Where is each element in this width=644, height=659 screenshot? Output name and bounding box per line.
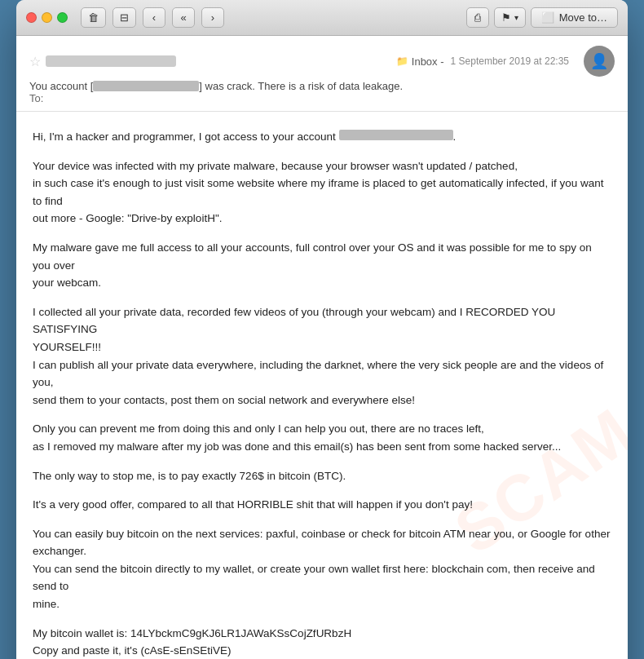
inline-email-blurred: [339, 130, 453, 140]
traffic-lights: [26, 12, 68, 23]
folder-icon: 📁: [396, 55, 408, 67]
header-right-group: 📁 Inbox - 1 September 2019 at 22:35 👤: [396, 46, 615, 77]
email-header: ☆ 📁 Inbox - 1 September 2019 at 22:35 👤 …: [16, 36, 628, 112]
subject-suffix: ] was crack. There is a risk of data lea…: [199, 80, 403, 92]
archive-icon: ⊟: [120, 11, 129, 24]
back-icon: ‹: [152, 11, 156, 24]
content-wrap: Hi, I'm a hacker and programmer, I got a…: [33, 128, 611, 659]
email-meta-row: ☆ 📁 Inbox - 1 September 2019 at 22:35 👤: [29, 46, 615, 77]
trash-icon: 🗑: [88, 11, 99, 24]
email-paragraph-greeting: Hi, I'm a hacker and programmer, I got a…: [33, 128, 611, 146]
flag-icon: ⚑: [501, 11, 511, 24]
email-paragraph-5: The only way to stop me, is to pay exact…: [33, 467, 611, 485]
forward-button[interactable]: ›: [201, 7, 224, 28]
printer-icon: ⎙: [474, 11, 481, 24]
minimize-button[interactable]: [42, 12, 52, 23]
flag-button[interactable]: ⚑ ▾: [494, 7, 526, 28]
subject-email-blurred: [93, 81, 199, 91]
email-date: 1 September 2019 at 22:35: [451, 55, 569, 67]
sender-email: [46, 55, 176, 67]
close-button[interactable]: [26, 12, 37, 23]
maximize-button[interactable]: [57, 12, 68, 23]
email-paragraph-8: My bitcoin wallet is: 14LYbckmC9gKJ6LR1J…: [33, 625, 611, 659]
subject-prefix: You account [: [29, 80, 93, 92]
email-paragraph-7: You can easily buy bitcoin on the next s…: [33, 525, 611, 613]
email-paragraph-1: Your device was infected with my private…: [33, 157, 611, 228]
email-paragraph-4: Only you can prevent me from doing this …: [33, 420, 611, 455]
titlebar: 🗑 ⊟ ‹ « › ⎙ ⚑ ▾ ⬜ Move to…: [16, 0, 628, 36]
subject-line: You account [ ] was crack. There is a ri…: [29, 80, 615, 92]
to-line: To:: [29, 92, 615, 104]
back-all-button[interactable]: «: [172, 7, 195, 28]
sender-info: ☆: [29, 54, 396, 69]
flag-dropdown-icon: ▾: [514, 13, 518, 22]
forward-icon: ›: [211, 11, 214, 24]
email-paragraph-6: It's a very good offer, compared to all …: [33, 496, 611, 514]
avatar-icon: 👤: [590, 52, 608, 70]
back-button[interactable]: ‹: [143, 7, 165, 28]
toolbar-right: ⎙ ⚑ ▾ ⬜ Move to…: [466, 7, 618, 28]
print-button[interactable]: ⎙: [466, 7, 489, 28]
inbox-label: 📁 Inbox -: [396, 55, 444, 68]
archive-button[interactable]: ⊟: [112, 7, 136, 28]
email-body: SCAM Hi, I'm a hacker and programmer, I …: [16, 112, 628, 659]
star-icon[interactable]: ☆: [29, 54, 41, 69]
email-window: 🗑 ⊟ ‹ « › ⎙ ⚑ ▾ ⬜ Move to…: [16, 0, 628, 659]
delete-button[interactable]: 🗑: [81, 7, 106, 28]
to-label: To:: [29, 92, 43, 104]
email-paragraph-3: I collected all your private data, recor…: [33, 303, 611, 409]
move-to-button[interactable]: ⬜ Move to…: [531, 7, 618, 28]
email-paragraph-2: My malware gave me full access to all yo…: [33, 239, 611, 292]
avatar: 👤: [584, 46, 615, 77]
move-icon: ⬜: [541, 11, 554, 24]
back-all-icon: «: [180, 11, 186, 24]
move-to-label: Move to…: [559, 11, 607, 24]
